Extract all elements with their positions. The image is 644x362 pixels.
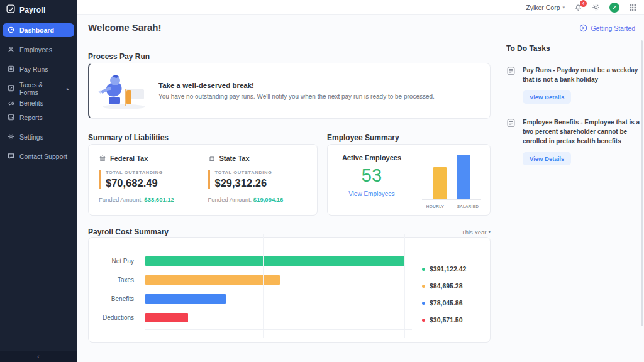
federal-funded: Funded Amount: $38,601.12 <box>99 196 208 203</box>
employee-summary-title: Employee Summary <box>327 133 399 142</box>
legend-item: $78,045.86 <box>422 299 466 307</box>
outstanding-amount: $70,682.49 <box>106 177 208 189</box>
bar-category-label: Benefits <box>89 295 134 302</box>
org-selector[interactable]: Zylker Corp ▾ <box>526 4 565 11</box>
payroll-app: Payroll Dashboard Employees Pay Runs Tax… <box>0 0 644 362</box>
sidebar-item-label: Reports <box>19 114 43 121</box>
chart-legend: $391,122.42 $84,695.28 $78,045.86 $30,57… <box>422 265 466 333</box>
break-illustration <box>89 72 158 111</box>
vertical-scrollbar[interactable] <box>641 40 643 326</box>
x-axis-line <box>145 329 412 330</box>
chevron-left-icon: ‹ <box>37 353 40 360</box>
view-employees-link[interactable]: View Employees <box>348 190 395 197</box>
liabilities-card: Federal Tax TOTAL OUTSTANDING $70,682.49… <box>88 144 318 216</box>
reports-icon <box>8 114 14 122</box>
getting-started-label: Getting Started <box>591 25 635 32</box>
todo-panel: To Do Tasks Pay Runs - Payday must be a … <box>506 44 641 179</box>
chevron-down-icon: ▾ <box>488 229 491 234</box>
settings-button[interactable] <box>592 3 600 11</box>
user-avatar[interactable]: Z <box>609 3 619 13</box>
bank-icon <box>99 155 106 162</box>
getting-started-link[interactable]: Getting Started <box>579 24 635 32</box>
outstanding-label: TOTAL OUTSTANDING <box>106 170 208 175</box>
payroll-cost-header: Payroll Cost Summary This Year ▾ <box>88 228 491 236</box>
state-outstanding: TOTAL OUTSTANDING $29,312.26 <box>208 170 318 189</box>
legend-value: $30,571.50 <box>430 316 463 324</box>
state-tax-block: State Tax TOTAL OUTSTANDING $29,312.26 F… <box>208 155 318 215</box>
app-title: Payroll <box>19 6 45 14</box>
legend-dot <box>422 285 425 288</box>
period-filter-label: This Year <box>462 229 487 236</box>
employee-summary-card: Active Employees 53 View Employees HOURL… <box>327 144 491 216</box>
sidebar-item-benefits[interactable]: Benefits <box>3 96 74 110</box>
funded-amount: $38,601.12 <box>144 196 174 203</box>
outstanding-amount: $29,312.26 <box>215 177 318 189</box>
legend-item: $30,571.50 <box>422 316 466 324</box>
notifications-button[interactable]: 4 <box>574 3 582 11</box>
pay-runs-icon <box>8 65 14 74</box>
taxes-bar[interactable] <box>145 275 280 285</box>
chevron-right-icon: ▸ <box>67 86 69 92</box>
app-logo[interactable]: Payroll <box>0 0 77 19</box>
sidebar-collapse-button[interactable]: ‹ <box>0 351 77 362</box>
sidebar-item-taxes-forms[interactable]: Taxes & Forms ▸ <box>3 82 74 96</box>
federal-tax-block: Federal Tax TOTAL OUTSTANDING $70,682.49… <box>99 155 208 215</box>
gridline <box>404 234 405 338</box>
legend-value: $78,045.86 <box>430 299 463 307</box>
payroll-cost-card: Net Pay Taxes Benefits Deductions <box>88 237 491 343</box>
sidebar-item-label: Employees <box>19 46 52 53</box>
sidebar-item-contact-support[interactable]: Contact Support <box>3 150 74 163</box>
payroll-logo-icon <box>6 4 15 16</box>
process-pay-run-message: Take a well-deserved break! You have no … <box>158 82 435 100</box>
todo-text: Pay Runs - Payday must be a weekday that… <box>523 65 641 84</box>
legend-dot <box>422 319 425 322</box>
sidebar-item-employees[interactable]: Employees <box>3 43 74 57</box>
todo-item-employee-benefits: Employee Benefits - Employee that is a t… <box>506 118 641 165</box>
bar-category-label: Taxes <box>89 277 134 283</box>
active-employees-count: 53 <box>362 165 382 186</box>
view-details-button[interactable]: View Details <box>523 152 571 165</box>
sidebar-item-label: Taxes & Forms <box>19 81 57 96</box>
sidebar-item-label: Pay Runs <box>19 65 48 73</box>
hourly-bar[interactable] <box>433 167 447 199</box>
legend-dot <box>422 268 425 271</box>
sidebar-item-label: Benefits <box>19 99 43 107</box>
sidebar-item-settings[interactable]: Settings <box>3 130 74 144</box>
sidebar-item-label: Contact Support <box>19 153 67 160</box>
notification-badge: 4 <box>580 0 587 7</box>
active-employees-label: Active Employees <box>342 154 401 162</box>
legend-item: $84,695.28 <box>422 282 466 290</box>
liability-name: Federal Tax <box>110 155 148 162</box>
grid-icon <box>629 4 636 11</box>
sidebar-item-label: Dashboard <box>19 26 54 34</box>
bar-category-label: Net Pay <box>89 258 134 265</box>
sidebar: Payroll Dashboard Employees Pay Runs Tax… <box>0 0 77 362</box>
topbar: Zylker Corp ▾ 4 Z <box>77 0 644 15</box>
period-filter-dropdown[interactable]: This Year ▾ <box>462 229 491 236</box>
document-icon <box>506 118 516 165</box>
play-circle-icon <box>579 24 587 32</box>
process-pay-run-title: Process Pay Run <box>88 52 150 61</box>
view-details-button[interactable]: View Details <box>523 90 571 104</box>
welcome-heading: Welcome Sarah! <box>88 22 161 33</box>
federal-outstanding: TOTAL OUTSTANDING $70,682.49 <box>99 170 208 189</box>
sidebar-item-reports[interactable]: Reports <box>3 111 74 124</box>
benefits-bar[interactable] <box>145 294 226 304</box>
sidebar-item-dashboard[interactable]: Dashboard <box>3 23 74 37</box>
deductions-bar[interactable] <box>145 313 188 322</box>
legend-dot <box>422 302 425 305</box>
net-pay-bar[interactable] <box>145 256 404 266</box>
liability-name: State Tax <box>219 155 250 162</box>
salaried-bar[interactable] <box>457 155 470 199</box>
funded-amount: $19,094.16 <box>253 196 284 203</box>
sidebar-item-label: Settings <box>19 133 43 141</box>
apps-grid-button[interactable] <box>629 4 636 11</box>
sidebar-item-pay-runs[interactable]: Pay Runs <box>3 62 74 76</box>
main-area: Zylker Corp ▾ 4 Z Welcome Sarah! Getting… <box>77 0 644 362</box>
gridline <box>263 234 264 338</box>
chat-bubble-icon <box>8 153 14 161</box>
legend-item: $391,122.42 <box>422 265 466 273</box>
hourly-label: HOURLY <box>422 204 448 209</box>
legend-value: $391,122.42 <box>430 265 466 273</box>
payroll-cost-title: Payroll Cost Summary <box>88 228 169 236</box>
